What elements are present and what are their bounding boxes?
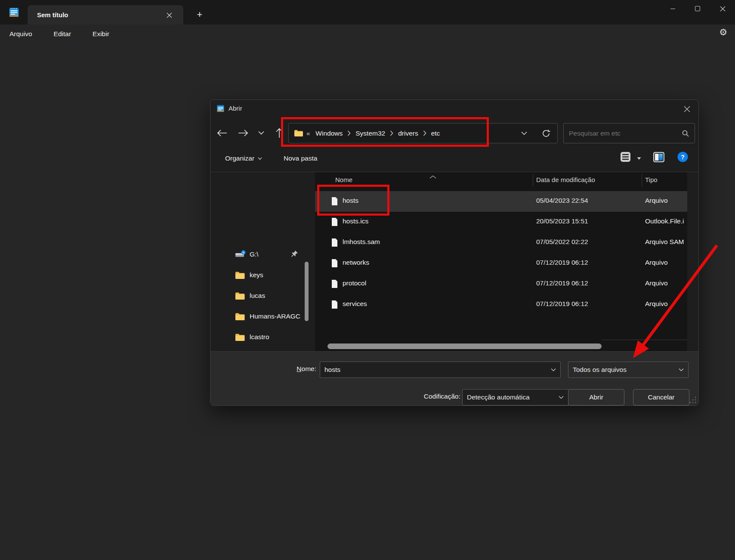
file-type: Arquivo <box>645 300 686 308</box>
column-header-tipo[interactable]: Tipo <box>645 176 658 183</box>
file-row-protocol[interactable]: protocol 07/12/2019 06:12 Arquivo <box>315 274 687 294</box>
filename-combobox[interactable] <box>320 362 561 378</box>
file-type: Arquivo SAM <box>645 238 686 246</box>
new-folder-button[interactable]: Nova pasta <box>284 152 317 164</box>
close-button[interactable] <box>710 0 735 17</box>
help-icon[interactable]: ? <box>677 152 688 164</box>
filename-label: Nome: <box>271 365 316 373</box>
nav-recent-chevron-icon[interactable] <box>253 123 269 142</box>
view-options-chevron-icon[interactable] <box>637 154 641 162</box>
file-icon <box>331 300 338 311</box>
sidebar-label: keys <box>250 271 263 279</box>
folder-icon <box>235 292 247 300</box>
file-list: Nome Data de modificação Tipo hosts 05/0… <box>315 172 687 351</box>
menu-editar[interactable]: Editar <box>48 30 77 38</box>
nav-up-button[interactable] <box>272 123 287 142</box>
titlebar: Sem título + <box>0 0 735 25</box>
maximize-button[interactable] <box>685 0 710 17</box>
new-folder-label: Nova pasta <box>284 155 317 162</box>
file-row-hosts-ics[interactable]: hosts.ics 20/05/2023 15:51 Outlook.File.… <box>315 212 687 232</box>
dialog-toolbar: Organizar Nova pasta ? <box>210 145 698 172</box>
dialog-close-icon[interactable] <box>680 103 693 114</box>
sidebar-item-humans-aragc[interactable]: Humans-ARAGC <box>210 306 304 327</box>
breadcrumb-etc[interactable]: etc <box>427 130 444 137</box>
file-icon <box>331 197 338 207</box>
address-bar[interactable]: « Windows System32 drivers etc <box>288 123 558 143</box>
drive-icon: ? <box>235 250 247 259</box>
file-row-lmhosts-sam[interactable]: lmhosts.sam 07/05/2022 02:22 Arquivo SAM <box>315 232 687 253</box>
svg-text:?: ? <box>242 251 244 255</box>
sidebar-item-keys[interactable]: keys <box>210 265 304 285</box>
column-header-nome[interactable]: Nome <box>335 176 352 183</box>
chevron-down-icon[interactable] <box>679 368 684 371</box>
chevron-right-icon <box>422 130 427 136</box>
sidebar-item-lucas[interactable]: lucas <box>210 285 304 306</box>
nav-back-button[interactable] <box>214 123 230 142</box>
sort-ascending-icon <box>429 173 436 180</box>
cancel-button[interactable]: Cancelar <box>633 389 689 405</box>
notepad-window: Sem título + Arquivo Editar Exibir ⚙ Abr… <box>0 0 735 560</box>
sidebar-label: lucas <box>250 292 265 300</box>
breadcrumb-system32[interactable]: System32 <box>352 130 389 137</box>
encoding-label: Codificação: <box>408 393 460 400</box>
tab-title: Sem título <box>37 11 68 19</box>
open-button[interactable]: Abrir <box>568 389 624 405</box>
file-type: Arquivo <box>645 197 686 204</box>
navigation-sidebar: ? G:\ keys <box>210 172 306 351</box>
sidebar-scrollbar[interactable] <box>305 262 309 321</box>
file-name: protocol <box>343 279 366 287</box>
list-view-icon[interactable] <box>620 152 631 164</box>
file-name: hosts.ics <box>343 217 368 225</box>
file-name: lmhosts.sam <box>343 238 380 246</box>
breadcrumb-overflow-chevrons[interactable]: « <box>306 130 310 137</box>
new-tab-button[interactable]: + <box>194 9 206 21</box>
organize-button[interactable]: Organizar <box>225 152 262 164</box>
sidebar-item-lcastro[interactable]: lcastro <box>210 327 304 347</box>
column-separator[interactable] <box>642 174 642 186</box>
search-icon <box>682 130 689 137</box>
file-type: Outlook.File.i <box>645 217 686 225</box>
pin-icon[interactable] <box>291 250 298 259</box>
address-dropdown-chevron-icon[interactable] <box>513 124 535 142</box>
nav-forward-button[interactable] <box>235 123 251 142</box>
filename-input[interactable] <box>320 366 551 374</box>
chevron-right-icon <box>389 130 394 136</box>
notepad-app-icon <box>9 6 19 20</box>
chevron-down-icon[interactable] <box>551 368 556 371</box>
chevron-down-icon[interactable] <box>559 396 564 399</box>
tab-close-icon[interactable] <box>164 10 174 20</box>
file-row-services[interactable]: services 07/12/2019 06:12 Arquivo <box>315 294 687 315</box>
column-separator[interactable] <box>533 174 533 186</box>
file-row-hosts[interactable]: hosts 05/04/2023 22:54 Arquivo <box>315 191 687 212</box>
dialog-titlebar: Abrir <box>210 100 698 118</box>
file-date: 07/12/2019 06:12 <box>536 279 588 287</box>
menu-exibir[interactable]: Exibir <box>86 30 115 38</box>
sidebar-label: G:\ <box>250 251 259 258</box>
horizontal-scrollbar[interactable] <box>327 343 602 349</box>
file-name: hosts <box>343 197 358 204</box>
dialog-title: Abrir <box>229 105 242 112</box>
breadcrumb-drivers[interactable]: drivers <box>394 130 422 137</box>
file-row-networks[interactable]: networks 07/12/2019 06:12 Arquivo <box>315 253 687 274</box>
file-icon <box>331 217 338 228</box>
resize-grip[interactable] <box>690 397 696 403</box>
tab-sem-titulo[interactable]: Sem título <box>28 5 183 25</box>
breadcrumb-windows[interactable]: Windows <box>312 130 346 137</box>
search-box[interactable] <box>563 123 695 143</box>
search-input[interactable] <box>564 130 682 137</box>
filetype-value: Todos os arquivos <box>573 366 627 374</box>
preview-pane-icon[interactable] <box>653 152 664 164</box>
refresh-icon[interactable] <box>535 124 557 142</box>
file-name: services <box>343 300 367 308</box>
sidebar-item-g-drive[interactable]: ? G:\ <box>210 244 304 265</box>
sidebar-label: lcastro <box>250 333 269 341</box>
minimize-button[interactable] <box>660 0 685 17</box>
sidebar-label: Humans-ARAGC <box>250 312 300 320</box>
folder-icon <box>294 130 303 137</box>
file-date: 20/05/2023 15:51 <box>536 217 588 225</box>
settings-gear-icon[interactable]: ⚙ <box>719 27 727 37</box>
menu-arquivo[interactable]: Arquivo <box>3 30 38 38</box>
filetype-dropdown[interactable]: Todos os arquivos <box>568 362 689 378</box>
column-header-data[interactable]: Data de modificação <box>536 176 595 183</box>
encoding-dropdown[interactable]: Detecção automática <box>462 389 568 405</box>
